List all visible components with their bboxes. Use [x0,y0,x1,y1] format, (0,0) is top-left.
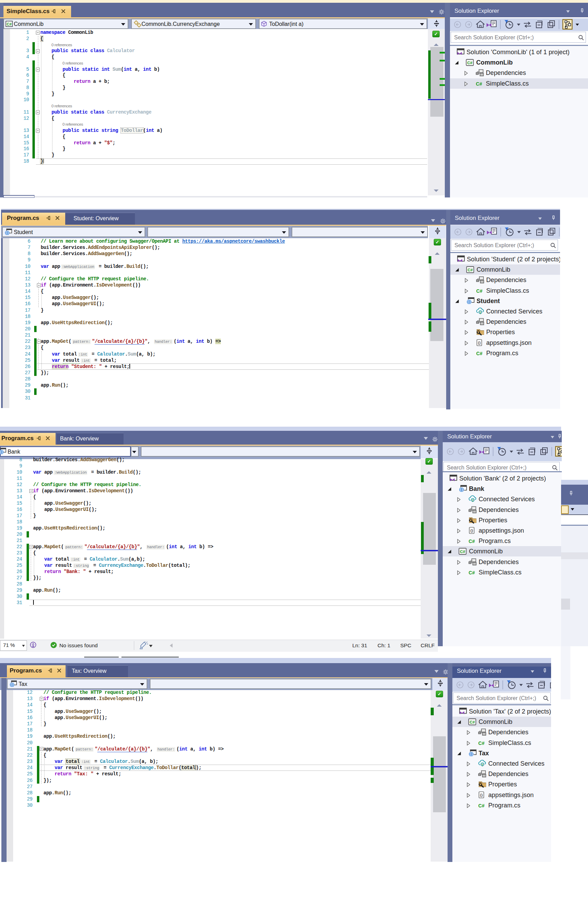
svg-text:{}: {} [478,341,481,345]
svg-text:C#: C# [478,803,484,809]
svg-text:C#: C# [467,61,473,65]
svg-text:C#: C# [469,570,475,576]
svg-text:C#: C# [476,351,482,356]
svg-text:C#: C# [478,740,484,746]
svg-text:C#: C# [6,22,11,26]
svg-text:C#: C# [460,550,465,554]
svg-text:C#: C# [476,81,482,87]
svg-text:{}: {} [470,529,473,533]
svg-text:C#: C# [476,288,482,294]
svg-text:{}: {} [480,793,483,797]
svg-text:C#: C# [468,268,473,272]
svg-text:C#: C# [469,720,475,724]
svg-text:C#: C# [469,539,475,544]
